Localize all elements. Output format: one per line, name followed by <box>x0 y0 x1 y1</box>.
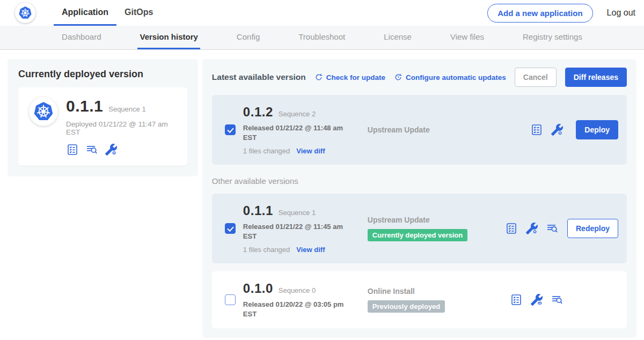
files-changed-label: 1 files changed <box>243 147 290 155</box>
version-select-checkbox[interactable] <box>225 223 236 234</box>
refresh-icon <box>314 73 323 82</box>
version-card: 0.1.2 Sequence 2 Released 01/21/22 @ 11:… <box>212 95 627 165</box>
latest-available-title: Latest available version <box>212 72 306 82</box>
view-logs-icon[interactable] <box>551 293 564 306</box>
preflight-checks-icon[interactable] <box>505 222 518 235</box>
version-action-icons <box>530 123 564 136</box>
version-number: 0.1.2 <box>243 105 273 120</box>
deployed-version-number: 0.1.1 <box>66 97 103 115</box>
topnav-tab-gitops[interactable]: GitOps <box>116 0 161 26</box>
version-action-icons <box>510 293 564 306</box>
edit-config-icon[interactable] <box>525 222 538 235</box>
main-content: Currently deployed version 0.1.1 Sequenc… <box>0 50 644 338</box>
app-logo-icon <box>29 97 58 126</box>
view-logs-icon[interactable] <box>546 222 559 235</box>
topnav-tabs: ApplicationGitOps <box>54 0 161 26</box>
edit-config-icon[interactable] <box>551 123 564 136</box>
version-released-timestamp: Released 01/20/22 @ 03:05 pm EST <box>243 300 349 319</box>
version-sequence: Sequence 0 <box>279 286 316 294</box>
currently-deployed-panel: Currently deployed version 0.1.1 Sequenc… <box>8 59 198 176</box>
version-deploy-button[interactable]: Deploy <box>576 120 618 139</box>
subnav-item-version-history[interactable]: Version history <box>137 26 200 49</box>
version-sequence: Sequence 1 <box>279 209 316 217</box>
configure-automatic-updates-link[interactable]: Configure automatic updates <box>394 73 506 82</box>
subnav-item-dashboard[interactable]: Dashboard <box>60 26 103 49</box>
version-status-badge: Previously deployed <box>368 300 445 313</box>
version-source-label: Online Install <box>368 287 510 295</box>
top-navigation: ApplicationGitOps Add a new application … <box>0 0 644 26</box>
preflight-checks-icon[interactable] <box>530 123 543 136</box>
view-diff-link[interactable]: View diff <box>296 246 325 254</box>
logout-button[interactable]: Log out <box>607 8 635 18</box>
subnav-item-troubleshoot[interactable]: Troubleshoot <box>296 26 347 49</box>
deployed-version-actions <box>66 143 177 156</box>
add-new-application-button[interactable]: Add a new application <box>487 4 592 23</box>
diff-releases-button[interactable]: Diff releases <box>565 68 627 87</box>
view-logs-icon[interactable] <box>85 143 98 156</box>
version-action-icons <box>505 222 559 235</box>
subnav-item-config[interactable]: Config <box>235 26 262 49</box>
auto-update-icon <box>394 73 402 82</box>
cancel-button[interactable]: Cancel <box>515 68 557 87</box>
version-card: 0.1.1 Sequence 1 Released 01/21/22 @ 11:… <box>212 194 627 263</box>
files-changed-label: 1 files changed <box>243 246 290 254</box>
deployed-version-sequence: Sequence 1 <box>108 105 145 113</box>
edit-config-icon[interactable] <box>105 143 118 156</box>
currently-deployed-title: Currently deployed version <box>18 69 187 80</box>
subnav-item-view-files[interactable]: View files <box>448 26 486 49</box>
version-history-panel: Latest available version Check for updat… <box>202 59 636 338</box>
version-number: 0.1.1 <box>243 203 273 218</box>
subnav-item-registry-settings[interactable]: Registry settings <box>521 26 584 49</box>
topnav-tab-application[interactable]: Application <box>54 0 116 26</box>
version-select-checkbox[interactable] <box>225 124 236 135</box>
version-status-badge: Currently deployed version <box>368 229 467 241</box>
view-diff-link[interactable]: View diff <box>296 147 325 155</box>
view-config-icon[interactable] <box>530 293 543 306</box>
version-deploy-button[interactable]: Redeploy <box>567 219 618 238</box>
version-select-checkbox[interactable] <box>225 294 236 305</box>
version-released-timestamp: Released 01/21/22 @ 11:48 am EST <box>243 123 349 142</box>
other-available-versions-heading: Other available versions <box>212 176 627 186</box>
version-card: 0.1.0 Sequence 0 Released 01/20/22 @ 03:… <box>212 271 627 328</box>
version-sequence: Sequence 2 <box>279 110 316 118</box>
app-sub-navigation: DashboardVersion historyConfigTroublesho… <box>0 26 644 50</box>
version-source-label: Upstream Update <box>368 125 530 134</box>
version-number: 0.1.0 <box>243 281 273 296</box>
subnav-item-license[interactable]: License <box>382 26 414 49</box>
deployed-timestamp: Deployed 01/21/22 @ 11:47 am EST <box>66 120 177 136</box>
deployed-version-card: 0.1.1 Sequence 1 Deployed 01/21/22 @ 11:… <box>18 87 187 166</box>
version-source-label: Upstream Update <box>368 216 505 224</box>
preflight-checks-icon[interactable] <box>510 293 523 306</box>
check-for-update-link[interactable]: Check for update <box>314 73 385 82</box>
kubernetes-logo-icon <box>15 3 35 23</box>
preflight-checks-icon[interactable] <box>66 143 79 156</box>
version-released-timestamp: Released 01/21/22 @ 11:45 am EST <box>243 222 349 241</box>
